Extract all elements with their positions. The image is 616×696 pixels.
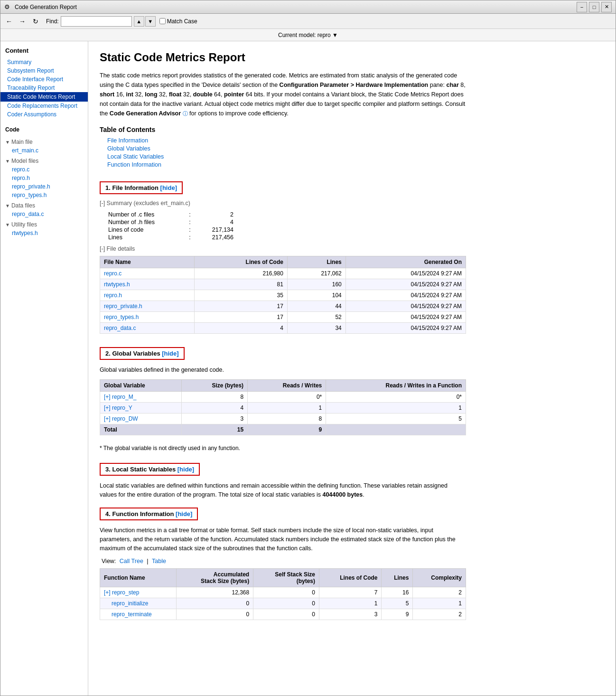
match-case-toggle[interactable]: Match Case <box>159 18 197 25</box>
section3-description: Local static variables are defined withi… <box>100 481 466 499</box>
model-files-group: ▼ Model files repro.c repro.h repro_priv… <box>0 156 88 200</box>
file-details-table: File Name Lines of Code Lines Generated … <box>100 256 466 334</box>
sidebar-item-code-replacements[interactable]: Code Replacements Report <box>0 102 88 110</box>
stat-sep-h-files: : <box>185 219 195 226</box>
sidebar-item-static-code[interactable]: Static Code Metrics Report <box>0 92 88 102</box>
func-link-repro-term: repro_terminate <box>100 609 177 620</box>
refresh-button[interactable]: ↻ <box>30 16 41 27</box>
match-case-checkbox[interactable] <box>159 18 166 24</box>
section1-title: 1. File Information <box>105 184 160 191</box>
section1-hide-link[interactable]: [hide] <box>160 184 177 191</box>
utility-files-label: Utility files <box>11 221 37 228</box>
section4-hide-link[interactable]: [hide] <box>176 510 192 517</box>
content-section-title: Content <box>0 45 88 55</box>
sidebar-file-repro-c[interactable]: repro.c <box>0 165 88 174</box>
find-up-button[interactable]: ▲ <box>134 16 144 27</box>
minimize-button[interactable]: − <box>577 2 587 12</box>
toc-item-4: Function Information <box>107 161 466 168</box>
forward-button[interactable]: → <box>17 16 28 27</box>
toc-link-global-vars[interactable]: Global Variables <box>107 145 150 152</box>
cell-func-lines: 5 <box>382 598 413 609</box>
sidebar-file-repro-h[interactable]: repro.h <box>0 174 88 182</box>
cell-complexity: 1 <box>413 598 466 609</box>
stat-row-h-files: Number of .h files : 4 <box>108 219 233 226</box>
find-navigation: ▲ ▼ <box>134 16 156 27</box>
sidebar-item-coder-assumptions[interactable]: Coder Assumptions <box>0 110 88 119</box>
cell-rw-func: 1 <box>326 402 466 413</box>
sidebar-item-summary[interactable]: Summary <box>0 58 88 66</box>
main-file-label: Main file <box>11 139 33 145</box>
section2-header: 2. Global Variables [hide] <box>100 347 185 360</box>
th-size-bytes: Size (bytes) <box>182 379 248 391</box>
maximize-button[interactable]: □ <box>589 2 599 12</box>
page-description: The static code metrics report provides … <box>100 71 466 118</box>
section3-hide-link[interactable]: [hide] <box>177 466 194 473</box>
table-row: [+] repro_Y 4 1 1 <box>100 402 466 413</box>
cell-acc-stack: 12,368 <box>176 587 253 598</box>
cell-complexity: 2 <box>413 609 466 620</box>
sidebar-item-subsystem[interactable]: Subsystem Report <box>0 66 88 75</box>
cell-gen-on: 04/15/2024 9:27 AM <box>345 323 466 334</box>
toc-link-local-static[interactable]: Local Static Variables <box>107 153 164 160</box>
sidebar-file-ert-main[interactable]: ert_main.c <box>0 146 88 155</box>
content-scroll[interactable]: Static Code Metrics Report The static co… <box>88 41 616 696</box>
cell-func-loc: 1 <box>319 598 382 609</box>
section3-header: 3. Local Static Variables [hide] <box>100 463 200 476</box>
th-loc: Lines of Code <box>194 256 287 268</box>
sidebar-item-traceability[interactable]: Traceability Report <box>0 84 88 92</box>
close-button[interactable]: ✕ <box>601 2 612 12</box>
th-global-var: Global Variable <box>100 379 182 391</box>
cell-size: 4 <box>182 402 248 413</box>
toc-item-2: Global Variables <box>107 145 466 152</box>
find-down-button[interactable]: ▼ <box>145 16 156 27</box>
model-files-label: Model files <box>11 158 38 164</box>
cell-loc: 4 <box>194 323 287 334</box>
toc-item-1: File Information <box>107 137 466 144</box>
sidebar-file-repro-types-h[interactable]: repro_types.h <box>0 191 88 199</box>
table-row: repro_initialize 0 0 1 5 1 <box>100 598 466 609</box>
cell-rw: 0* <box>248 391 326 402</box>
view-table-link[interactable]: Table <box>152 558 166 564</box>
cell-func-lines: 9 <box>382 609 413 620</box>
expand-arrow-utility: ▼ <box>5 222 10 227</box>
section1-summary-label: [-] Summary (excludes ert_main.c) <box>100 200 466 207</box>
cell-lines: 160 <box>287 279 345 290</box>
sidebar-file-rtwtypes-h[interactable]: rtwtypes.h <box>0 229 88 237</box>
cell-func-loc: 3 <box>319 609 382 620</box>
section3-title: 3. Local Static Variables <box>105 466 177 473</box>
toc-link-file-info[interactable]: File Information <box>107 137 148 144</box>
window-title: Code Generation Report <box>15 4 577 10</box>
stat-label-lines: Lines <box>108 234 184 241</box>
find-input[interactable] <box>61 16 132 27</box>
th-func-name: Function Name <box>100 568 177 587</box>
cell-gen-on: 04/15/2024 9:27 AM <box>345 268 466 279</box>
data-files-parent: ▼ Data files <box>0 201 88 210</box>
sidebar-file-repro-data-c[interactable]: repro_data.c <box>0 210 88 218</box>
window-controls[interactable]: − □ ✕ <box>577 2 612 12</box>
model-bar: Current model: repro ▼ <box>0 29 616 41</box>
section2-hide-link[interactable]: [hide] <box>162 350 178 357</box>
section2-title: 2. Global Variables <box>105 350 162 357</box>
sidebar-file-repro-private-h[interactable]: repro_private.h <box>0 182 88 191</box>
sidebar-item-code-interface[interactable]: Code Interface Report <box>0 75 88 84</box>
cell-rw-func: 0* <box>326 391 466 402</box>
cell-acc-stack: 0 <box>176 598 253 609</box>
table-row: rtwtypes.h 81 160 04/15/2024 9:27 AM <box>100 279 466 290</box>
stat-label-c-files: Number of .c files <box>108 211 184 218</box>
global-table-footer-row: Total 15 9 <box>100 424 466 435</box>
stat-value-loc: 217,134 <box>196 226 233 233</box>
view-calltree-link[interactable]: Call Tree <box>120 558 143 564</box>
toc-link-function-info[interactable]: Function Information <box>107 161 161 168</box>
cell-loc: 17 <box>194 312 287 323</box>
cell-self-stack: 0 <box>253 609 319 620</box>
main-file-parent: ▼ Main file <box>0 138 88 146</box>
view-links: View: Call Tree | Table <box>100 558 466 564</box>
back-button[interactable]: ← <box>3 16 15 27</box>
match-case-label: Match Case <box>167 18 197 25</box>
cell-lines: 52 <box>287 312 345 323</box>
table-row: repro.c 216,980 217,062 04/15/2024 9:27 … <box>100 268 466 279</box>
func-link-repro-step: [+] repro_step <box>100 587 177 598</box>
section4-header: 4. Function Information [hide] <box>100 508 198 520</box>
th-func-lines: Lines <box>382 568 413 587</box>
cell-loc: 216,980 <box>194 268 287 279</box>
